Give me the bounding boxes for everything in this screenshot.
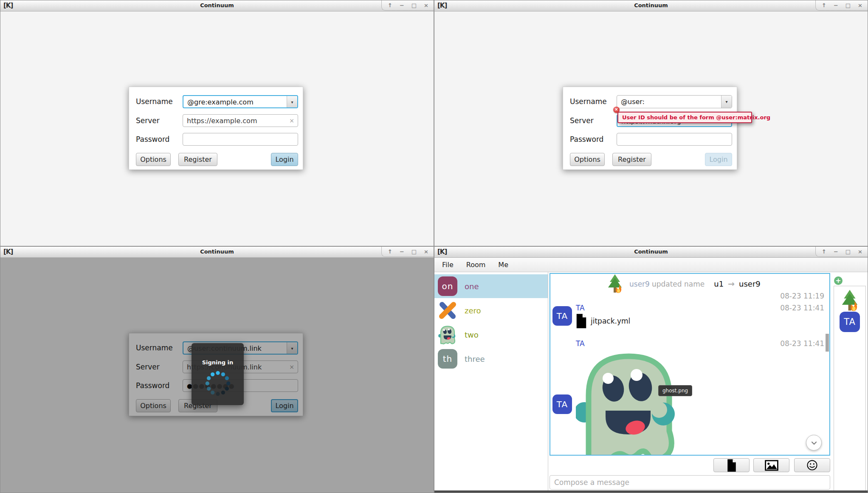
- close-button[interactable]: ×: [424, 2, 428, 10]
- error-icon: ×: [613, 107, 620, 113]
- login-button[interactable]: Login: [271, 153, 298, 166]
- window-login-signing-in: [K] Continuum ↑ − □ × Username @user:con…: [0, 246, 434, 493]
- close-button[interactable]: ×: [858, 2, 862, 10]
- options-button[interactable]: Options: [136, 153, 171, 166]
- new-name: user9: [739, 279, 761, 288]
- attach-file-button[interactable]: [713, 458, 750, 472]
- sender-avatar[interactable]: TA: [552, 394, 572, 414]
- shade-button[interactable]: ↑: [822, 2, 826, 10]
- close-button[interactable]: ×: [858, 248, 862, 256]
- menu-bar: File Room Me: [434, 258, 868, 272]
- options-button[interactable]: Options: [570, 153, 605, 166]
- sender-avatar[interactable]: TA: [552, 306, 572, 326]
- ghost-image-attachment[interactable]: [576, 348, 682, 456]
- server-label: Server: [136, 116, 160, 125]
- window-title: Continuum: [434, 248, 868, 255]
- password-label: Password: [136, 135, 169, 144]
- room-name: zero: [465, 306, 481, 315]
- register-button[interactable]: Register: [612, 153, 651, 166]
- event-action: updated name: [652, 280, 705, 288]
- maximize-button[interactable]: □: [845, 248, 851, 256]
- titlebar[interactable]: [K] Continuum ↑ − □ ×: [0, 247, 434, 258]
- titlebar[interactable]: [K] Continuum ↑ − □ ×: [434, 247, 868, 258]
- window-login-filled: [K] Continuum ↑ − □ × Username @gre:exam…: [0, 0, 434, 246]
- room-avatar: on: [438, 276, 457, 296]
- password-input[interactable]: [617, 133, 732, 146]
- password-label: Password: [570, 135, 603, 144]
- spinner-icon: [203, 368, 233, 399]
- minimize-button[interactable]: −: [400, 248, 404, 256]
- add-member-button[interactable]: +: [834, 276, 843, 285]
- maximize-button[interactable]: □: [411, 2, 417, 10]
- window-content: Username @user:continuum.link ▾ Server h…: [0, 258, 434, 493]
- chevron-down-icon: ▾: [291, 100, 293, 104]
- menu-room[interactable]: Room: [466, 261, 486, 269]
- member-avatar[interactable]: TA: [840, 312, 860, 332]
- username-value[interactable]: @gre:example.com: [183, 96, 287, 107]
- member-avatar-tree-fire-icon[interactable]: [839, 289, 860, 312]
- room-avatar-text: on: [442, 281, 454, 291]
- file-attachment[interactable]: jitpack.yml: [575, 313, 630, 329]
- room-avatar: th: [438, 349, 457, 369]
- file-name: jitpack.yml: [591, 317, 630, 325]
- message-timeline[interactable]: user9updated nameu1→user9 08-23 11:19 TA…: [550, 273, 830, 456]
- room-item-one[interactable]: on one: [434, 274, 548, 298]
- login-panel: Username @user: ▾ Server https://matrix.…: [563, 87, 737, 170]
- room-list: on one zero two th three: [434, 272, 548, 490]
- room-item-two[interactable]: two: [434, 323, 548, 347]
- minimize-button[interactable]: −: [834, 248, 838, 256]
- window-title: Continuum: [434, 2, 868, 8]
- window-controls: ↑ − □ ×: [381, 0, 434, 11]
- emoji-button[interactable]: [794, 458, 830, 472]
- timeline-scrollbar[interactable]: [826, 334, 829, 352]
- window-controls: ↑ − □ ×: [815, 0, 868, 11]
- clear-field-icon[interactable]: ×: [289, 117, 294, 124]
- window-controls: ↑ − □ ×: [815, 247, 868, 257]
- shade-button[interactable]: ↑: [388, 248, 392, 256]
- username-combobox[interactable]: @user: ▾: [617, 95, 732, 108]
- timestamp: 08-23 11:41: [780, 339, 824, 348]
- chevron-down-icon: ▾: [725, 99, 727, 104]
- window-login-error: [K] Continuum ↑ − □ × Username @user: ▾ …: [434, 0, 868, 246]
- room-name: three: [465, 355, 485, 363]
- window-chat: [K] Continuum ↑ − □ × File Room Me on on…: [434, 246, 868, 493]
- avatar-text: TA: [557, 311, 568, 321]
- maximize-button[interactable]: □: [845, 2, 851, 10]
- attach-image-button[interactable]: [753, 458, 789, 472]
- room-item-three[interactable]: th three: [434, 347, 548, 371]
- room-avatar-k-logo-icon: [438, 301, 457, 320]
- shade-button[interactable]: ↑: [388, 2, 392, 10]
- window-controls: ↑ − □ ×: [381, 247, 434, 257]
- image-filename-tooltip: ghost.png: [658, 385, 692, 396]
- compose-message-input[interactable]: [550, 475, 830, 490]
- tree-fire-avatar-icon: [606, 273, 624, 294]
- username-combobox[interactable]: @gre:example.com ▾: [183, 95, 298, 108]
- username-value[interactable]: @user:: [617, 96, 721, 108]
- room-item-zero[interactable]: zero: [434, 299, 548, 322]
- menu-file[interactable]: File: [442, 261, 454, 269]
- scroll-to-bottom-button[interactable]: [806, 435, 822, 451]
- desktop: [K] Continuum ↑ − □ × Username @gre:exam…: [0, 0, 868, 493]
- signing-in-label: Signing in: [192, 359, 244, 366]
- event-sender: user9: [629, 280, 650, 288]
- server-input[interactable]: https://example.com ×: [183, 114, 298, 127]
- window-content: File Room Me on one zero two th: [434, 258, 868, 493]
- minimize-button[interactable]: −: [400, 2, 404, 10]
- window-bottom-edge: [434, 490, 868, 493]
- password-input[interactable]: [183, 133, 298, 146]
- combobox-dropdown-button[interactable]: ▾: [721, 96, 732, 108]
- close-button[interactable]: ×: [424, 248, 428, 256]
- register-button[interactable]: Register: [178, 153, 217, 166]
- maximize-button[interactable]: □: [411, 248, 417, 256]
- titlebar[interactable]: [K] Continuum ↑ − □ ×: [434, 0, 868, 11]
- signing-in-popup: Signing in: [192, 343, 244, 405]
- room-name: one: [465, 282, 479, 291]
- menu-me[interactable]: Me: [498, 261, 508, 269]
- login-panel: Username @gre:example.com ▾ Server https…: [129, 87, 303, 170]
- username-label: Username: [136, 97, 173, 106]
- message-sender: TA: [576, 339, 585, 348]
- titlebar[interactable]: [K] Continuum ↑ − □ ×: [0, 0, 434, 11]
- shade-button[interactable]: ↑: [822, 248, 826, 256]
- minimize-button[interactable]: −: [834, 2, 838, 10]
- combobox-dropdown-button[interactable]: ▾: [287, 96, 297, 107]
